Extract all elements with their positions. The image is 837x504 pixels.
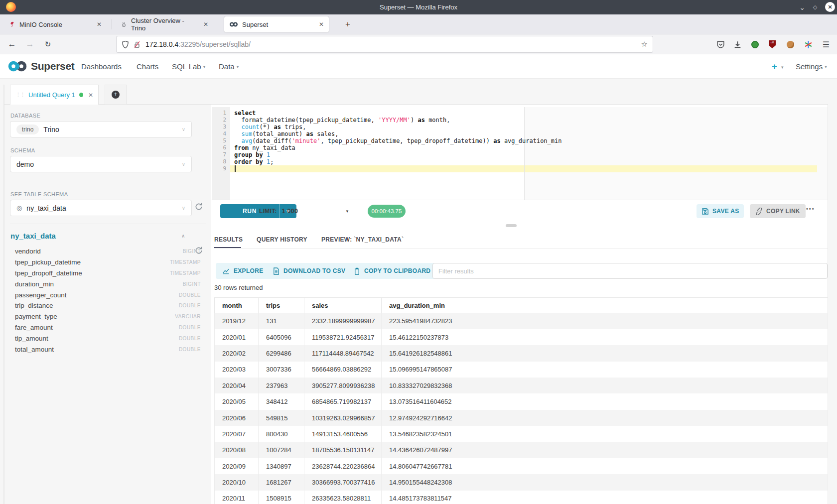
more-options-button[interactable]: ••• — [806, 206, 815, 212]
window-close-icon[interactable]: ✕ — [825, 2, 835, 12]
code-line — [234, 165, 561, 172]
file-icon — [273, 267, 279, 275]
table-cell: 14.806047742667781 — [382, 458, 828, 474]
rows-returned-text: 30 rows returned — [214, 284, 263, 291]
results-header-cell[interactable]: sales — [304, 298, 382, 313]
bookmark-star-icon[interactable]: ☆ — [641, 40, 648, 49]
schema-column-row[interactable]: duration_minBIGINT — [15, 278, 201, 289]
colorful-extension-icon[interactable] — [803, 39, 813, 49]
ublock-extension-icon[interactable]: u0 — [767, 39, 777, 49]
tracking-shield-icon[interactable] — [122, 40, 129, 49]
nav-item-settings[interactable]: Settings▾ — [796, 62, 827, 71]
browser-tab-strip: MinIO Console ✕ Cluster Overview - Trino… — [0, 14, 837, 34]
query-timer-badge: 00:00:43.75 — [368, 205, 406, 218]
copy-to-clipboard-button[interactable]: COPY TO CLIPBOARD — [347, 263, 437, 279]
schema-column-row[interactable]: tip_amountDOUBLE — [15, 333, 201, 344]
tab-close-icon[interactable]: ✕ — [97, 21, 102, 28]
table-columns-list: vendoridBIGINTtpep_pickup_datetimeTIMEST… — [15, 246, 201, 355]
tab-close-icon[interactable]: ✕ — [203, 21, 208, 28]
insecure-lock-icon[interactable] — [134, 40, 140, 49]
divider — [10, 184, 206, 184]
database-select[interactable]: trino Trino ∨ — [10, 121, 192, 137]
refresh-schema-icon[interactable] — [194, 202, 205, 213]
download-csv-label: DOWNLOAD TO CSV — [283, 267, 345, 274]
new-query-tab-button[interactable]: + — [105, 85, 127, 105]
query-tab-active[interactable]: ⋮⋮ Untitled Query 1 ✕ — [10, 85, 99, 105]
superset-logo[interactable]: Superset — [7, 60, 74, 73]
chevron-up-icon[interactable]: ∧ — [181, 233, 185, 239]
pocket-extension-icon[interactable] — [715, 39, 725, 49]
table-cell: 13.073516411604652 — [382, 393, 828, 409]
url-bar[interactable]: 172.18.0.4:32295/superset/sqllab/ ☆ — [117, 36, 653, 52]
pane-resize-handle[interactable] — [506, 224, 517, 227]
extension-icon-green[interactable] — [750, 39, 760, 49]
schema-column-row[interactable]: vendoridBIGINT — [15, 246, 201, 257]
line-number: 7 — [212, 151, 230, 158]
window-minimize-icon[interactable]: ⌄ — [796, 0, 808, 14]
column-type: BIGINT — [183, 281, 201, 287]
schema-column-row[interactable]: tpep_dropoff_datetimeTIMESTAMP — [15, 268, 201, 279]
schema-column-row[interactable]: payment_typeVARCHAR — [15, 311, 201, 322]
table-cell: 223.59541984732823 — [382, 313, 828, 329]
navbar-add-button[interactable]: + — [772, 61, 777, 72]
menu-icon[interactable]: ☰ — [821, 39, 831, 49]
editor-code[interactable]: select format_datetime(tpep_pickup_datet… — [234, 110, 561, 172]
drag-handle-icon[interactable]: ⋮⋮ — [15, 92, 24, 98]
chevron-down-icon: ▾ — [203, 64, 206, 69]
download-csv-button[interactable]: DOWNLOAD TO CSV — [267, 263, 352, 279]
table-cell: 1508915 — [259, 491, 304, 504]
column-name: tpep_dropoff_datetime — [15, 269, 170, 277]
schema-column-row[interactable]: passenger_countDOUBLE — [15, 289, 201, 300]
sql-editor[interactable]: 123456789 select format_datetime(tpep_pi… — [212, 107, 828, 200]
chevron-down-icon: ▾ — [237, 64, 239, 69]
schema-column-row[interactable]: trip_distanceDOUBLE — [15, 300, 201, 311]
results-header-cell[interactable]: month — [215, 298, 259, 313]
tab-results[interactable]: RESULTS — [214, 236, 243, 243]
limit-control[interactable]: LIMIT:1 000 — [259, 208, 298, 215]
new-tab-button[interactable]: + — [342, 18, 354, 30]
column-type: TIMESTAMP — [170, 259, 201, 265]
explore-button[interactable]: EXPLORE — [216, 263, 270, 279]
browser-tab-label: MinIO Console — [19, 21, 62, 28]
url-text[interactable]: 172.18.0.4:32295/superset/sqllab/ — [145, 40, 641, 48]
chevron-down-icon[interactable]: ▾ — [781, 65, 784, 70]
column-type: BIGINT — [183, 249, 201, 254]
save-as-button[interactable]: SAVE AS — [697, 204, 744, 218]
forward-button[interactable]: → — [24, 38, 36, 50]
nav-item-data[interactable]: Data▾ — [219, 62, 239, 71]
copy-to-clipboard-label: COPY TO CLIPBOARD — [364, 267, 430, 274]
nav-item-charts[interactable]: Charts — [137, 62, 158, 71]
query-tab-close-icon[interactable]: ✕ — [88, 92, 93, 99]
window-maximize-icon[interactable]: ◇ — [809, 0, 821, 14]
results-header-cell[interactable]: avg_duration_min — [382, 298, 828, 313]
table-cell: 3905277.8099936238 — [304, 378, 382, 393]
text-cursor — [235, 165, 236, 172]
limit-caret-icon[interactable]: ▼ — [345, 209, 349, 214]
schema-select[interactable]: demo ∨ — [10, 156, 192, 172]
schema-column-row[interactable]: fare_amountDOUBLE — [15, 322, 201, 333]
table-schema-title[interactable]: ny_taxi_data — [10, 232, 56, 240]
table-cell: 6854865.719982137 — [304, 393, 382, 409]
browser-tab-minio[interactable]: MinIO Console ✕ — [4, 14, 107, 34]
tab-preview[interactable]: PREVIEW: `NY_TAXI_DATA` — [321, 236, 404, 243]
column-type: TIMESTAMP — [170, 270, 201, 276]
results-header-cell[interactable]: trips — [259, 298, 304, 313]
cookie-extension-icon[interactable] — [785, 39, 795, 49]
reload-button[interactable]: ↻ — [42, 38, 54, 50]
table-select[interactable]: ◎ ny_taxi_data ∨ — [10, 200, 192, 216]
dataset-icon: ◎ — [16, 204, 22, 212]
nav-item-dashboards[interactable]: Dashboards — [81, 62, 122, 71]
browser-tab-trino[interactable]: Cluster Overview - Trino ✕ — [116, 14, 213, 34]
tab-close-icon[interactable]: ✕ — [319, 21, 324, 28]
back-button[interactable]: ← — [6, 38, 18, 50]
browser-tab-superset[interactable]: Superset ✕ — [224, 16, 329, 32]
download-icon[interactable] — [732, 39, 742, 49]
copy-link-button[interactable]: COPY LINK — [750, 204, 806, 218]
nav-item-sql-lab[interactable]: SQL Lab▾ — [172, 62, 205, 71]
column-name: duration_min — [15, 280, 183, 288]
tab-query-history[interactable]: QUERY HISTORY — [257, 236, 307, 243]
table-cell: 119538721.92456317 — [304, 329, 382, 345]
schema-column-row[interactable]: tpep_pickup_datetimeTIMESTAMP — [15, 257, 201, 268]
filter-results-input[interactable] — [432, 263, 828, 279]
schema-column-row[interactable]: total_amountDOUBLE — [15, 344, 201, 355]
